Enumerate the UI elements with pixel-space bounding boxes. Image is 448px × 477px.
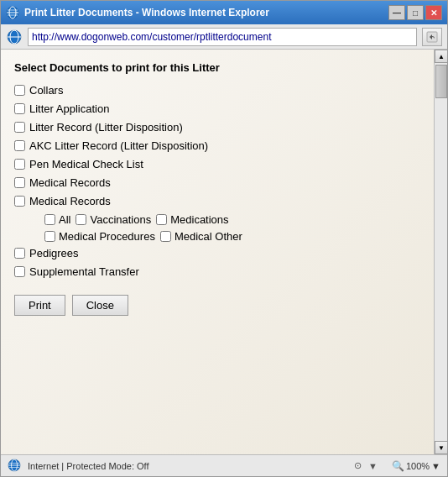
section-title: Select Documents to print for this Litte… [14, 61, 420, 74]
list-item: Medical Records [14, 195, 420, 207]
address-input[interactable] [28, 28, 417, 46]
pen-medical-label: Pen Medical Check List [29, 158, 143, 170]
pedigrees-checkbox[interactable] [14, 248, 25, 259]
medical-sub-options: All Vaccinations Medications Medical Pro… [44, 213, 420, 243]
pedigrees-label: Pedigrees [29, 247, 79, 259]
list-item: Litter Application [14, 102, 420, 115]
status-text: Internet | Protected Mode: Off [28, 461, 345, 471]
medical-procedures-label: Medical Procedures [59, 230, 155, 243]
sub-item: All [44, 213, 70, 226]
medical-sub-row-2: Medical Procedures Medical Other [44, 230, 420, 243]
medical-procedures-checkbox[interactable] [44, 231, 55, 242]
list-item: Pedigrees [14, 247, 420, 259]
zoom-icon: 🔍 [392, 460, 404, 472]
scrollbar-thumb[interactable] [435, 65, 447, 98]
scrollbar-track [435, 63, 447, 441]
globe-icon [8, 459, 21, 474]
nav-dropdown-button[interactable]: ▼ [366, 460, 380, 472]
scrollbar: ▲ ▼ [434, 50, 447, 454]
zoom-control: 🔍 100% ▼ [392, 460, 440, 472]
medications-checkbox[interactable] [156, 214, 167, 225]
button-row: Print Close [14, 290, 420, 316]
list-item: Medical Records [14, 176, 420, 189]
medical-records-1-label: Medical Records [29, 176, 111, 189]
window-controls: — □ ✕ [388, 5, 442, 20]
content-area: Select Documents to print for this Litte… [1, 50, 447, 454]
print-button[interactable]: Print [14, 295, 65, 316]
sub-item: Vaccinations [76, 213, 151, 226]
all-checkbox[interactable] [44, 214, 55, 225]
nav-back-button[interactable]: ⊙ [352, 459, 364, 472]
status-nav-buttons: ⊙ ▼ [352, 459, 380, 472]
medical-sub-row-1: All Vaccinations Medications [44, 213, 420, 226]
close-window-button[interactable]: ✕ [425, 5, 442, 20]
pen-medical-checkbox[interactable] [14, 159, 25, 170]
litter-application-label: Litter Application [29, 102, 109, 115]
ie-logo-icon [6, 6, 19, 19]
address-bar [1, 24, 447, 50]
refresh-button[interactable] [422, 28, 442, 46]
litter-record-label: Litter Record (Litter Disposition) [29, 121, 183, 134]
list-item: AKC Litter Record (Litter Disposition) [14, 139, 420, 152]
list-item: Litter Record (Litter Disposition) [14, 121, 420, 134]
minimize-button[interactable]: — [388, 5, 405, 20]
scroll-down-button[interactable]: ▼ [435, 441, 447, 454]
litter-record-checkbox[interactable] [14, 122, 25, 133]
medical-records-1-checkbox[interactable] [14, 177, 25, 188]
sub-item: Medical Procedures [44, 230, 155, 243]
list-item: Supplemental Transfer [14, 265, 420, 278]
medical-records-2-checkbox[interactable] [14, 196, 25, 207]
vaccinations-checkbox[interactable] [76, 214, 86, 225]
supplemental-transfer-label: Supplemental Transfer [29, 265, 139, 278]
zoom-level: 100% [406, 461, 430, 471]
browser-window: Print Litter Documents - Windows Interne… [0, 0, 448, 477]
close-button[interactable]: Close [72, 295, 128, 316]
zoom-dropdown-button[interactable]: ▼ [431, 461, 440, 471]
sub-item: Medical Other [160, 230, 242, 243]
title-bar: Print Litter Documents - Windows Interne… [1, 1, 447, 24]
collars-checkbox[interactable] [14, 85, 25, 96]
collars-label: Collars [29, 84, 63, 97]
vaccinations-label: Vaccinations [90, 213, 151, 226]
litter-application-checkbox[interactable] [14, 103, 25, 114]
akc-litter-record-checkbox[interactable] [14, 140, 25, 151]
akc-litter-record-label: AKC Litter Record (Litter Disposition) [29, 139, 208, 152]
list-item: Pen Medical Check List [14, 158, 420, 170]
maximize-button[interactable]: □ [407, 5, 424, 20]
list-item: Collars [14, 84, 420, 97]
scroll-up-button[interactable]: ▲ [435, 50, 447, 63]
status-bar: Internet | Protected Mode: Off ⊙ ▼ 🔍 100… [1, 454, 447, 476]
sub-item: Medications [156, 213, 228, 226]
medical-other-checkbox[interactable] [160, 231, 171, 242]
scroll-content: Select Documents to print for this Litte… [1, 50, 434, 454]
back-forward-icon [6, 29, 23, 45]
window-title: Print Litter Documents - Windows Interne… [24, 7, 388, 18]
medical-other-label: Medical Other [175, 230, 242, 243]
medications-label: Medications [170, 213, 228, 226]
medical-records-2-label: Medical Records [29, 195, 111, 207]
all-label: All [59, 213, 70, 226]
supplemental-transfer-checkbox[interactable] [14, 266, 25, 277]
